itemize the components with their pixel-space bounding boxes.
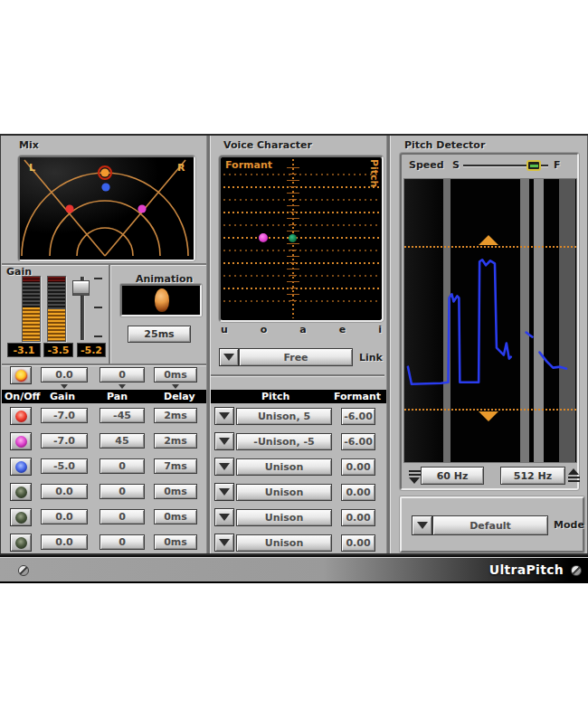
voice-6-gain-field[interactable]: 0.0 xyxy=(41,534,88,550)
voice-1-led-indicator xyxy=(15,411,27,422)
pitch-detector-display[interactable] xyxy=(403,178,577,463)
fader-tick xyxy=(94,278,102,279)
range-down-icon[interactable] xyxy=(409,470,421,483)
chevron-down-icon xyxy=(417,522,428,529)
voice-3-pan-field[interactable]: 0 xyxy=(100,458,145,474)
panel-divider xyxy=(207,136,210,553)
delay-column-header: Delay xyxy=(164,391,195,402)
voice-1-delay-field[interactable]: 2ms xyxy=(154,408,197,423)
chevron-down-icon xyxy=(219,412,230,420)
voice-character-mode-field[interactable]: Free xyxy=(239,348,353,366)
brand-title: UltraPitch xyxy=(489,562,564,577)
formant-2-field[interactable]: -6.00 xyxy=(341,433,375,450)
pitch-4-field[interactable]: Unison xyxy=(236,484,332,501)
meter-level-segment xyxy=(48,309,65,341)
voice-2-pan-field[interactable]: 45 xyxy=(100,433,145,449)
voice-5-gain-field[interactable]: 0.0 xyxy=(41,509,88,524)
voice-2-delay-field[interactable]: 2ms xyxy=(154,433,197,449)
master-gain-field[interactable]: 0.0 xyxy=(41,367,88,383)
gain-readout-fader: -5.2 xyxy=(77,343,106,357)
master-onoff-button[interactable] xyxy=(10,366,32,384)
voice-5-onoff-button[interactable] xyxy=(10,508,32,526)
pitch-2-dropdown-button[interactable] xyxy=(214,432,234,450)
voice-3-gain-field[interactable]: -5.0 xyxy=(41,458,88,474)
voice-character-section-title: Voice Character xyxy=(223,139,312,151)
formant-gridline xyxy=(223,288,379,289)
gain-column-header: Gain xyxy=(50,391,75,402)
gain-fader-handle[interactable] xyxy=(72,280,90,296)
mode-dropdown-button[interactable] xyxy=(412,515,432,535)
gain-readout-right: -3.5 xyxy=(43,343,73,357)
link-label: Link xyxy=(359,352,383,364)
meter-level-segment xyxy=(23,307,40,341)
voice-2-led-indicator xyxy=(15,436,27,448)
pitch-6-dropdown-button[interactable] xyxy=(214,534,234,552)
onoff-column-header: On/Off xyxy=(5,391,40,402)
divider xyxy=(2,364,206,365)
pitch-3-field[interactable]: Unison xyxy=(236,458,332,476)
high-freq-button[interactable]: 512 Hz xyxy=(500,467,565,485)
voice-1-gain-field[interactable]: -7.0 xyxy=(41,408,88,423)
voice-5-pan-field[interactable]: 0 xyxy=(100,509,145,524)
formant-gridline xyxy=(223,300,379,302)
voice-6-led-indicator xyxy=(15,537,27,549)
ruler-tick xyxy=(287,269,299,269)
voice-4-pan-field[interactable]: 0 xyxy=(100,484,145,499)
ruler-tick xyxy=(287,281,299,282)
pitch-4-dropdown-button[interactable] xyxy=(214,483,234,501)
animation-display xyxy=(120,284,202,316)
mode-label: Mode xyxy=(554,519,584,531)
master-pan-field[interactable]: 0 xyxy=(100,367,145,383)
gain-meter-left xyxy=(22,276,41,342)
mix-display[interactable]: L R xyxy=(18,156,195,261)
formant-4-field[interactable]: 0.00 xyxy=(341,484,375,501)
low-freq-button[interactable]: 60 Hz xyxy=(421,467,484,485)
pitch-2-field[interactable]: -Unison, -5 xyxy=(236,433,332,450)
pitch-curve-segment xyxy=(539,353,566,369)
mix-dot-master xyxy=(100,168,109,176)
pitch-marker-dot[interactable] xyxy=(289,234,297,242)
voice-1-onoff-button[interactable] xyxy=(10,407,32,425)
formant-marker-dot[interactable] xyxy=(259,233,268,242)
voice-2-gain-field[interactable]: -7.0 xyxy=(41,433,88,449)
mix-goniometer-graphic: L R xyxy=(20,157,194,260)
mode-field[interactable]: Default xyxy=(432,515,548,535)
voice-3-onoff-button[interactable] xyxy=(10,458,32,476)
voice-3-delay-field[interactable]: 7ms xyxy=(154,458,197,474)
pitch-5-field[interactable]: Unison xyxy=(236,509,332,526)
formant-6-field[interactable]: 0.00 xyxy=(341,534,375,552)
divider xyxy=(109,265,110,364)
ruler-tick xyxy=(289,186,297,187)
pitch-1-dropdown-button[interactable] xyxy=(214,407,234,425)
voice-5-delay-field[interactable]: 0ms xyxy=(154,509,197,524)
pitch-3-dropdown-button[interactable] xyxy=(214,458,234,476)
formant-column-header: Formant xyxy=(334,391,381,402)
voice-6-pan-field[interactable]: 0 xyxy=(100,534,145,550)
ruler-tick xyxy=(289,224,297,225)
speed-slider-handle[interactable] xyxy=(526,160,541,171)
formant-3-field[interactable]: 0.00 xyxy=(341,458,375,476)
chevron-down-icon xyxy=(223,354,234,361)
voice-4-onoff-button[interactable] xyxy=(10,483,32,501)
range-up-icon[interactable] xyxy=(568,468,580,481)
voice-1-pan-field[interactable]: -45 xyxy=(100,408,145,423)
voice-character-display[interactable]: Formant Pitch xyxy=(219,156,384,322)
voice-6-delay-field[interactable]: 0ms xyxy=(154,534,197,550)
pitch-6-field[interactable]: Unison xyxy=(236,534,332,552)
voice-6-onoff-button[interactable] xyxy=(10,534,32,552)
ruler-tick xyxy=(289,300,297,301)
voice-4-gain-field[interactable]: 0.0 xyxy=(41,484,88,499)
animation-rate-button[interactable]: 25ms xyxy=(128,326,191,343)
chevron-down-icon xyxy=(219,488,230,496)
formant-gridline xyxy=(223,186,379,188)
voice-4-delay-field[interactable]: 0ms xyxy=(154,484,197,499)
master-delay-field[interactable]: 0ms xyxy=(154,367,197,383)
pitch-1-field[interactable]: Unison, 5 xyxy=(236,408,332,425)
formant-1-field[interactable]: -6.00 xyxy=(341,408,375,425)
formant-gridline xyxy=(223,275,379,277)
voice-character-mode-dropdown-button[interactable] xyxy=(219,348,239,366)
ultrapitch-plugin-window: Mix L R xyxy=(0,134,588,581)
formant-5-field[interactable]: 0.00 xyxy=(341,509,375,526)
voice-2-onoff-button[interactable] xyxy=(10,432,32,450)
pitch-5-dropdown-button[interactable] xyxy=(214,508,234,526)
